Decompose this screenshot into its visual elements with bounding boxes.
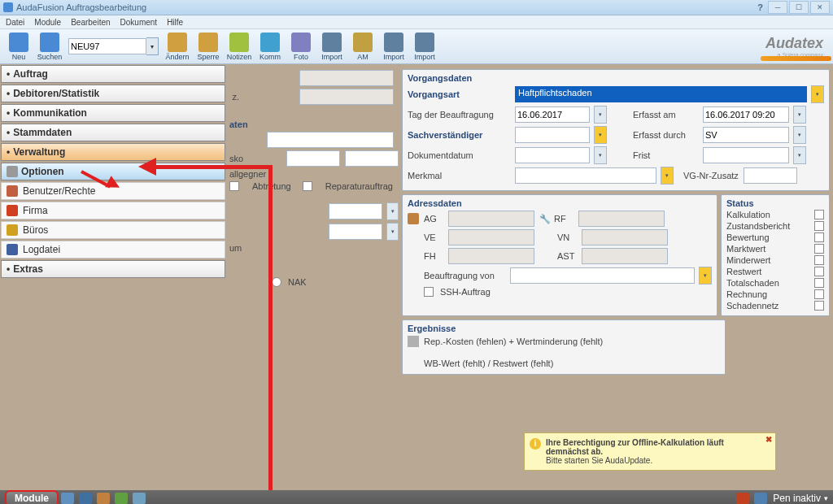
sidebar: • Auftrag • Debitoren/Statistik • Kommun… <box>0 64 226 490</box>
chevron-down-icon[interactable]: ▾ <box>824 494 828 502</box>
field-fh[interactable] <box>448 248 534 264</box>
bb-icon-r1[interactable] <box>736 493 749 504</box>
status-checkbox[interactable] <box>814 267 824 276</box>
bb-icon5[interactable] <box>133 493 146 504</box>
field-vn[interactable] <box>582 229 668 245</box>
tb-sperre[interactable]: Sperre <box>193 30 224 63</box>
tb-komm[interactable]: Komm <box>255 30 286 63</box>
status-checkbox[interactable] <box>814 232 824 242</box>
help-icon[interactable]: ? <box>757 2 763 12</box>
maximize-button[interactable]: ☐ <box>789 1 809 14</box>
input-sel2[interactable] <box>329 224 382 240</box>
tb-id-combo[interactable]: ▾ <box>68 37 159 55</box>
chk-ssh[interactable] <box>424 287 434 297</box>
input-generic[interactable] <box>267 132 394 148</box>
dropdown-icon[interactable]: ▾ <box>146 37 159 55</box>
tb-import2[interactable]: Import <box>378 30 409 63</box>
panel-extras[interactable]: • Extras <box>1 260 225 278</box>
status-checkbox[interactable] <box>814 210 824 219</box>
chk-abtretung[interactable] <box>229 181 239 191</box>
field-rf[interactable] <box>578 211 665 227</box>
tb-foto[interactable]: Foto <box>286 30 316 63</box>
input-tag[interactable] <box>515 106 590 123</box>
menu-module[interactable]: Module <box>30 17 65 28</box>
dropdown-icon[interactable]: ▾ <box>386 202 399 220</box>
field-ast[interactable] <box>582 248 668 264</box>
input-frist[interactable] <box>703 147 789 163</box>
input-dok[interactable] <box>515 147 590 163</box>
input-sel1[interactable] <box>329 203 382 219</box>
sub-firma[interactable]: Firma <box>1 202 225 219</box>
tb-import1[interactable]: Import <box>316 30 347 63</box>
tb-neu[interactable]: Neu <box>3 30 34 63</box>
menu-datei[interactable]: Datei <box>2 17 28 28</box>
status-checkbox[interactable] <box>814 301 824 311</box>
input-beauf[interactable] <box>510 267 695 284</box>
dropdown-icon[interactable]: ▾ <box>594 106 607 124</box>
dropdown-icon[interactable]: ▾ <box>793 106 806 124</box>
dropdown-icon[interactable]: ▾ <box>661 167 674 185</box>
left-column: z. aten sko allgegner AbtretungReparatur… <box>229 67 399 487</box>
input-merkmal[interactable] <box>515 167 656 184</box>
dropdown-icon[interactable]: ▾ <box>811 85 824 103</box>
bb-icon2[interactable] <box>79 493 92 504</box>
sub-bueros[interactable]: Büros <box>1 221 225 239</box>
sub-optionen[interactable]: Optionen <box>1 163 225 180</box>
menu-dokument[interactable]: Dokument <box>116 17 162 28</box>
bb-icon-r2[interactable] <box>754 493 767 504</box>
close-icon[interactable]: ✖ <box>765 435 772 444</box>
bb-icon4[interactable] <box>115 493 128 504</box>
dropdown-icon[interactable]: ▾ <box>594 126 607 144</box>
input-sach[interactable] <box>515 127 590 143</box>
input-erfdurch[interactable] <box>703 127 789 143</box>
status-checkbox[interactable] <box>814 244 824 254</box>
select-vorgangsart[interactable]: Haftpflichtschaden <box>515 86 807 102</box>
status-checkbox[interactable] <box>814 278 824 288</box>
bb-icon3[interactable] <box>97 493 110 504</box>
status-checkbox[interactable] <box>814 221 824 231</box>
dropdown-icon[interactable]: ▾ <box>793 146 806 164</box>
menu-bearbeiten[interactable]: Bearbeiten <box>67 17 114 28</box>
panel-verwaltung[interactable]: • Verwaltung <box>1 143 225 161</box>
label-vorgangsart: Vorgangsart <box>408 89 510 99</box>
dropdown-icon[interactable]: ▾ <box>594 146 607 164</box>
bb-icon1[interactable] <box>61 493 74 504</box>
status-checkbox[interactable] <box>814 255 824 265</box>
label-ve: VE <box>424 232 443 242</box>
panel-auftrag[interactable]: • Auftrag <box>1 65 225 83</box>
status-item: Schadennetz <box>726 301 778 311</box>
sub-benutzer[interactable]: Benutzer/Rechte <box>1 182 225 200</box>
status-checkbox[interactable] <box>814 289 824 299</box>
group-adressdaten: Adressdaten AG 🔧 RF VE VN FH AST <box>402 194 717 316</box>
radio-nak[interactable] <box>272 277 281 287</box>
dropdown-icon[interactable]: ▾ <box>386 223 399 241</box>
chk-reparatur[interactable] <box>303 181 312 191</box>
field-ag[interactable] <box>448 211 534 227</box>
tb-id-input[interactable] <box>68 38 146 54</box>
field-ve[interactable] <box>448 229 534 245</box>
tb-notizen[interactable]: Notizen <box>224 30 255 63</box>
tb-am[interactable]: AM <box>347 30 378 63</box>
close-button[interactable]: ✕ <box>810 1 830 14</box>
status-item: Marktwert <box>726 244 765 254</box>
sub-logdatei[interactable]: Logdatei <box>1 241 225 259</box>
dropdown-icon[interactable]: ▾ <box>699 267 712 285</box>
input-erfasst[interactable] <box>703 106 789 123</box>
tb-aendern[interactable]: Ändern <box>162 30 193 63</box>
input-vgnr[interactable] <box>744 167 797 184</box>
input-sko1[interactable] <box>286 150 340 167</box>
label-fh: FH <box>424 251 443 261</box>
panel-stammdaten[interactable]: • Stammdaten <box>1 124 225 141</box>
wrench-icon[interactable]: 🔧 <box>539 214 549 224</box>
panel-kommunikation[interactable]: • Kommunikation <box>1 104 225 122</box>
module-button[interactable]: Module <box>5 490 59 504</box>
input-sko2[interactable] <box>345 150 399 167</box>
menu-hilfe[interactable]: Hilfe <box>163 17 187 28</box>
tb-suchen[interactable]: Suchen <box>34 30 65 63</box>
dropdown-icon[interactable]: ▾ <box>793 126 806 144</box>
label-vgnr: VG-Nr-Zusatz <box>683 171 739 180</box>
status-item: Restwert <box>726 267 761 276</box>
minimize-button[interactable]: ─ <box>768 1 787 14</box>
panel-debitoren[interactable]: • Debitoren/Statistik <box>1 85 225 102</box>
tb-import3[interactable]: Import <box>409 30 440 63</box>
